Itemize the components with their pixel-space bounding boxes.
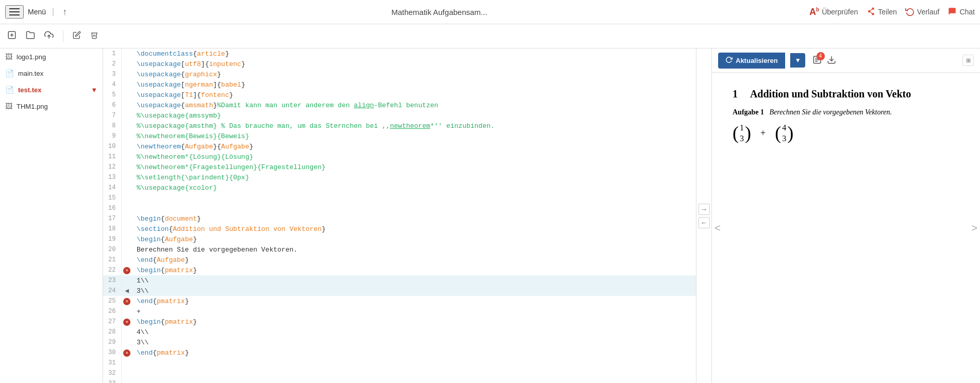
preview-prev-button[interactable]: < [715,222,721,234]
line-number: 2 [103,59,121,69]
line-error-col [121,378,132,383]
line-content[interactable]: %\usepackage{xcolor} [132,182,696,193]
line-error-col: ✕ [121,296,132,306]
line-content[interactable] [132,358,696,368]
line-content[interactable] [132,368,696,378]
line-content[interactable]: %\newtheorem*{Fragestellungen}{Fragestel… [132,162,696,172]
line-content[interactable]: \end{pmatrix} [132,296,696,306]
line-error-col [121,193,132,203]
editor-pane: 1\documentclass{article}2\usepackage[utf… [103,48,696,383]
new-folder-button[interactable] [24,28,37,44]
line-error-col: ◀ [121,286,132,296]
line-content[interactable]: %\setlength{\parindent}{0px} [132,172,696,182]
line-content[interactable]: %\newtheorem*{Lösung}{Lösung} [132,152,696,162]
section-title: 1 Addition und Subtraktion von Vekto [733,88,959,100]
line-error-col [121,327,132,337]
check-button[interactable]: Ab Überprüfen [809,7,858,18]
error-badge-icon[interactable]: ✕ [123,349,130,357]
sidebar-item-main[interactable]: 📄 main.tex [0,65,103,81]
line-content[interactable]: %\usepackage{amsthm} % Das brauche man, … [132,121,696,131]
line-content[interactable]: \section{Addition und Subtraktion von Ve… [132,224,696,234]
preview-next-button[interactable]: > [971,222,977,234]
aktualisieren-dropdown[interactable]: ▼ [790,53,805,68]
line-error-col [121,203,132,213]
history-label: Verlauf [917,8,940,16]
line-number: 26 [103,306,121,317]
line-content[interactable]: \begin{Aufgabe} [132,234,696,244]
line-content[interactable]: \begin{pmatrix} [132,317,696,327]
history-icon [905,7,915,18]
line-content[interactable]: \usepackage[ngerman]{babel} [132,79,696,90]
history-button[interactable]: Verlauf [905,7,940,18]
image-icon: 🖼 [5,102,12,110]
line-content[interactable] [132,203,696,213]
line-content[interactable]: \end{Aufgabe} [132,255,696,265]
preview-toolbar: Aktualisieren ▼ 4 ⊞ [712,48,980,73]
line-error-col [121,358,132,368]
line-number: 21 [103,255,121,265]
line-content[interactable] [132,378,696,383]
error-badge-icon[interactable]: ✕ [123,267,130,274]
line-content[interactable]: \begin{pmatrix} [132,265,696,275]
paren-right-2: ) [787,124,793,142]
line-content[interactable]: Berechnen Sie die vorgegebenen Vektoren. [132,244,696,255]
preview-icons: 4 [812,55,836,66]
line-content[interactable] [132,193,696,203]
sidebar-item-logo1[interactable]: 🖼 logo1.png [0,48,103,65]
error-badge-icon[interactable]: ✕ [123,298,130,305]
line-number: 23 [103,275,121,286]
matrix1-row1: 1 [740,123,744,132]
image-icon: 🖼 [5,53,12,61]
editor-content[interactable]: 1\documentclass{article}2\usepackage[utf… [103,48,696,383]
line-content[interactable]: \usepackage[utf8]{inputenc} [132,59,696,69]
line-content[interactable]: 1\\ [132,275,696,286]
rename-button[interactable] [71,29,83,43]
preview-corner-button[interactable]: ⊞ [962,55,974,66]
line-error-col [121,69,132,79]
line-content[interactable]: 4\\ [132,327,696,337]
line-content[interactable]: %\newtheorem{Beweis}{Beweis} [132,131,696,141]
section-text: Addition und Subtraktion von Vekto [750,88,911,99]
chat-icon [948,7,957,18]
download-button[interactable] [827,55,836,66]
line-content[interactable]: \documentclass{article} [132,48,696,59]
share-button[interactable]: Teilen [866,7,897,18]
menu-button[interactable] [5,5,24,19]
aktualisieren-button[interactable]: Aktualisieren [718,53,785,69]
line-content[interactable]: \newtheorem{Aufgabe}{Aufgabe} [132,141,696,152]
preview-toolbar-right: ⊞ [962,55,974,66]
top-bar: Menü | ↑ Mathematik Aufgabensam... Ab Üb… [0,0,980,24]
line-content[interactable]: 3\\ [132,286,696,296]
sidebar-item-label: THM1.png [16,103,48,110]
file-icon: 📄 [5,69,14,77]
line-error-col [121,213,132,224]
line-error-col [121,121,132,131]
line-content[interactable]: %\usepackage{amssymb} [132,110,696,121]
line-number: 11 [103,152,121,162]
line-error-col [121,79,132,90]
error-badge-icon[interactable]: ✕ [123,319,130,326]
nav-left-arrow[interactable]: ← [699,217,710,228]
sidebar-item-test[interactable]: 📄 test.tex ▼ [0,81,103,98]
line-number: 1 [103,48,121,59]
chat-button[interactable]: Chat [948,7,975,18]
line-error-col: ✕ [121,347,132,358]
sidebar-item-label: logo1.png [16,53,46,61]
logs-button[interactable]: 4 [812,55,822,66]
line-content[interactable]: \usepackage[T1]{fontenc} [132,90,696,100]
line-content[interactable]: 3\\ [132,337,696,347]
new-file-button[interactable] [5,28,19,44]
upload-button[interactable] [42,28,56,44]
line-number: 9 [103,131,121,141]
line-content[interactable]: + [132,306,696,317]
delete-button[interactable] [88,29,101,43]
line-content[interactable]: \usepackage{amsmath}%Damit kann man unte… [132,100,696,110]
nav-right-arrow[interactable]: → [699,204,710,215]
sidebar-item-thm1[interactable]: 🖼 THM1.png [0,98,103,114]
line-content[interactable]: \end{pmatrix} [132,347,696,358]
line-error-col [121,100,132,110]
line-content[interactable]: \usepackage{graphicx} [132,69,696,79]
undo-button[interactable]: ↑ [60,5,69,20]
line-number: 33 [103,378,121,383]
line-content[interactable]: \begin{document} [132,213,696,224]
